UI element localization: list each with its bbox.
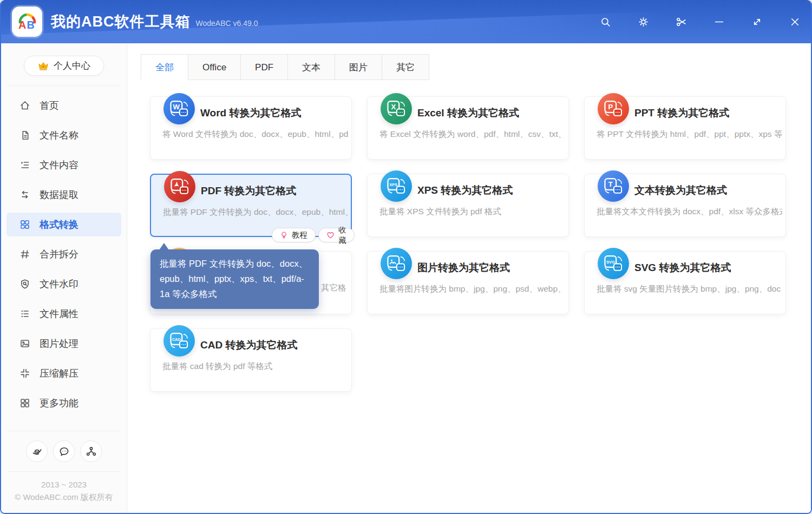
- compress-icon: [19, 368, 30, 379]
- search-button[interactable]: [598, 14, 613, 29]
- file-props-icon: [19, 308, 30, 319]
- card-xps[interactable]: XPSXPS 转换为其它格式批量将 XPS 文件转换为 pdf 格式: [367, 174, 569, 237]
- card-cell-svg: SVGSVG 转换为其它格式批量将 svg 矢量图片转换为 bmp、jpg、pn…: [584, 251, 786, 314]
- xps-convert-icon: XPS: [381, 170, 412, 202]
- sidebar-footer-icons: [1, 431, 127, 471]
- card-title: SVG 转换为其它格式: [634, 261, 731, 275]
- sidebar-item-label: 压缩解压: [40, 367, 78, 380]
- chat-icon: [58, 446, 70, 457]
- tab-office[interactable]: Office: [188, 54, 241, 80]
- sidebar-item-home[interactable]: 首页: [6, 94, 121, 117]
- sidebar-item-data-extract[interactable]: 数据提取: [6, 183, 121, 207]
- sidebar-item-image-process[interactable]: 图片处理: [6, 332, 121, 355]
- sidebar-item-label: 文件名称: [40, 129, 78, 142]
- browser-icon: [31, 446, 43, 457]
- tab-other[interactable]: 其它: [382, 54, 429, 80]
- sidebar-item-more[interactable]: 更多功能: [6, 391, 121, 415]
- card-title: 文本转换为其它格式: [634, 183, 727, 197]
- tab-pdf[interactable]: PDF: [240, 54, 288, 80]
- svg-text:SVG: SVG: [606, 260, 615, 265]
- svg-text:X: X: [391, 103, 396, 111]
- close-icon: [789, 16, 801, 28]
- sidebar-footer: 2013 ~ 2023 © WodeABC.com 版权所有: [1, 431, 127, 513]
- pdf-convert-tooltip: 批量将 PDF 文件转换为 doc、docx、epub、html、pptx、xp…: [150, 249, 319, 309]
- sidebar-item-label: 更多功能: [40, 397, 78, 410]
- sidebar-item-label: 文件水印: [40, 278, 78, 291]
- card-description-fragment: 其它格: [321, 282, 346, 294]
- sidebar-item-label: 格式转换: [40, 218, 78, 231]
- merge-split-icon: [19, 249, 30, 260]
- sidebar-item-compress[interactable]: 压缩解压: [6, 361, 121, 385]
- card-cell-ppt: PPPT 转换为其它格式将 PPT 文件转换为 html、pdf、ppt、ppt…: [584, 96, 786, 160]
- card-description: 批量将图片转换为 bmp、jpg、png、psd、webp、: [379, 284, 565, 295]
- personal-center-button[interactable]: 个人中心: [24, 56, 104, 76]
- card-cell-word: WWord 转换为其它格式将 Word 文件转换为 doc、docx、epub、…: [150, 96, 352, 160]
- cut-button[interactable]: [673, 14, 689, 29]
- image-convert-icon: [381, 248, 412, 279]
- card-title: CAD 转换为其它格式: [200, 338, 297, 352]
- action-label: 收藏: [338, 225, 346, 246]
- main-panel: 全部OfficePDF文本图片其它 WWord 转换为其它格式将 Word 文件…: [128, 43, 811, 513]
- card-text[interactable]: T文本转换为其它格式批量将文本文件转换为 docx、pdf、xlsx 等众多格式: [584, 174, 786, 237]
- svg-convert-icon: SVG: [598, 248, 629, 279]
- sidebar-item-file-name[interactable]: 文件名称: [6, 123, 121, 147]
- personal-center-wrap: 个人中心: [1, 43, 127, 85]
- sidebar-item-label: 文件属性: [40, 307, 78, 320]
- title-bar: A B 我的ABC软件工具箱 WodeABC v6.49.0: [0, 0, 812, 43]
- bulb-icon: [280, 231, 288, 239]
- gear-icon: [638, 16, 649, 28]
- svg-text:P: P: [608, 103, 613, 111]
- scissors-icon: [676, 16, 687, 28]
- sidebar-item-file-props[interactable]: 文件属性: [6, 302, 121, 326]
- card-description: 批量将文本文件转换为 docx、pdf、xlsx 等众多格式: [597, 206, 782, 218]
- tab-image[interactable]: 图片: [335, 54, 382, 80]
- sidebar-item-file-content[interactable]: 文件内容: [6, 153, 121, 177]
- card-image[interactable]: 图片转换为其它格式批量将图片转换为 bmp、jpg、png、psd、webp、: [367, 251, 569, 314]
- resize-button[interactable]: [749, 14, 764, 29]
- svg-text:CAD: CAD: [172, 337, 181, 342]
- ppt-convert-icon: P: [598, 93, 629, 124]
- sidebar-item-merge-split[interactable]: 合并拆分: [6, 242, 121, 266]
- card-description: 将 Excel 文件转换为 word、pdf、html、csv、txt、s: [379, 129, 565, 140]
- share-button[interactable]: [80, 440, 102, 462]
- sidebar-item-format-convert[interactable]: 格式转换: [6, 213, 121, 236]
- app-version: WodeABC v6.49.0: [196, 19, 258, 28]
- favorite-button[interactable]: 收藏: [318, 228, 355, 242]
- category-tabs: 全部OfficePDF文本图片其它: [128, 43, 811, 80]
- ie-button[interactable]: [26, 440, 48, 462]
- card-title: PPT 转换为其它格式: [634, 106, 729, 120]
- card-svg[interactable]: SVGSVG 转换为其它格式批量将 svg 矢量图片转换为 bmp、jpg、pn…: [584, 251, 786, 314]
- home-icon: [19, 100, 30, 111]
- card-excel[interactable]: XExcel 转换为其它格式将 Excel 文件转换为 word、pdf、htm…: [367, 96, 569, 160]
- card-cell-cad: CADCAD 转换为其它格式批量将 cad 转换为 pdf 等格式: [150, 328, 352, 392]
- card-cell-image: 图片转换为其它格式批量将图片转换为 bmp、jpg、png、psd、webp、: [367, 251, 569, 314]
- tutorial-button[interactable]: 教程: [272, 228, 316, 242]
- card-description: 将 Word 文件转换为 doc、docx、epub、html、pd: [162, 129, 348, 140]
- tab-text[interactable]: 文本: [287, 54, 335, 80]
- card-ppt[interactable]: PPPT 转换为其它格式将 PPT 文件转换为 html、pdf、ppt、ppt…: [584, 96, 786, 160]
- sidebar-item-watermark[interactable]: 文件水印: [6, 272, 121, 296]
- settings-button[interactable]: [636, 14, 651, 29]
- tool-card-grid: WWord 转换为其它格式将 Word 文件转换为 doc、docx、epub、…: [128, 80, 811, 392]
- text-convert-icon: T: [598, 170, 629, 202]
- card-description: 批量将 svg 矢量图片转换为 bmp、jpg、png、doc: [597, 284, 782, 295]
- minimize-icon: [713, 16, 725, 28]
- sidebar-item-label: 文件内容: [40, 159, 78, 172]
- close-button[interactable]: [787, 14, 802, 29]
- word-convert-icon: W: [163, 93, 195, 124]
- card-title: PDF 转换为其它格式: [201, 184, 296, 198]
- chat-button[interactable]: [53, 440, 75, 462]
- card-description: 批量将 PDF 文件转换为 doc、docx、epub、html、: [163, 207, 348, 218]
- sidebar-item-label: 合并拆分: [40, 248, 78, 261]
- copyright-owner: © WodeABC.com 版权所有: [1, 491, 127, 503]
- minimize-button[interactable]: [711, 14, 726, 29]
- heart-icon: [326, 231, 335, 239]
- sidebar-item-label: 数据提取: [40, 188, 78, 201]
- tab-all[interactable]: 全部: [141, 54, 188, 80]
- card-pdf[interactable]: PDF 转换为其它格式批量将 PDF 文件转换为 doc、docx、epub、h…: [150, 174, 352, 237]
- card-title: Word 转换为其它格式: [200, 106, 301, 120]
- card-word[interactable]: WWord 转换为其它格式将 Word 文件转换为 doc、docx、epub、…: [150, 96, 352, 160]
- card-description: 将 PPT 文件转换为 html、pdf、ppt、pptx、xps 等多: [597, 129, 782, 140]
- sidebar-item-label: 首页: [40, 99, 59, 112]
- card-cad[interactable]: CADCAD 转换为其它格式批量将 cad 转换为 pdf 等格式: [150, 328, 352, 392]
